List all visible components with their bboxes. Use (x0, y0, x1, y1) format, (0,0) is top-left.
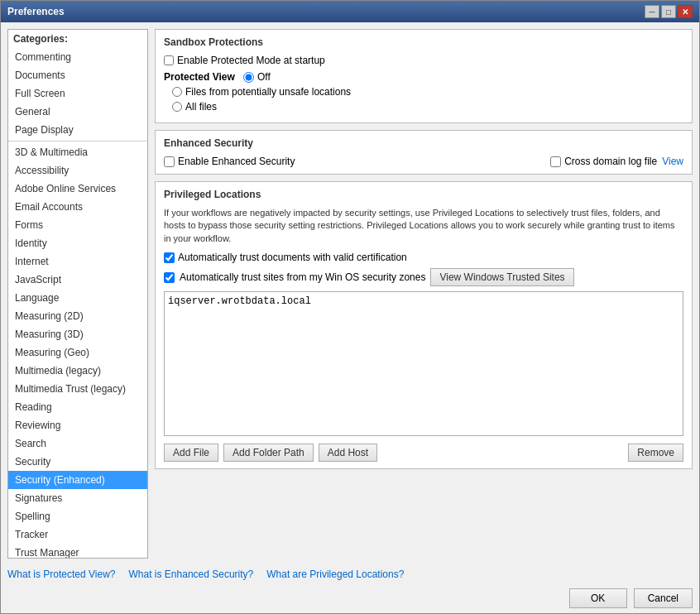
sidebar-item-search[interactable]: Search (8, 434, 147, 453)
sandbox-section: Sandbox Protections Enable Protected Mod… (155, 29, 693, 123)
sidebar-item-commenting[interactable]: Commenting (8, 48, 147, 66)
view-link[interactable]: View (662, 156, 683, 167)
cross-domain-row: Cross domain log file (550, 156, 657, 167)
auto-trust-win-checkbox[interactable] (164, 272, 175, 283)
footer-links: What is Protected View? What is Enhanced… (1, 565, 699, 583)
sidebar-header: Categories: (8, 30, 147, 48)
enhanced-security-section: Enhanced Security Enable Enhanced Securi… (155, 130, 693, 175)
sidebar-item-forms[interactable]: Forms (8, 216, 147, 234)
enable-protected-mode-row: Enable Protected Mode at startup (164, 55, 683, 66)
cross-domain-checkbox[interactable] (550, 156, 561, 167)
what-is-protected-view-link[interactable]: What is Protected View? (7, 568, 116, 580)
pv-all-radio[interactable] (172, 102, 182, 112)
pv-all-row: All files (172, 101, 683, 113)
pv-unsafe-label: Files from potentially unsafe locations (185, 86, 351, 98)
window-title: Preferences (7, 6, 65, 17)
pv-unsafe-radio[interactable] (172, 87, 182, 97)
enable-enhanced-security-checkbox[interactable] (164, 156, 175, 167)
main-content: Sandbox Protections Enable Protected Mod… (155, 29, 693, 559)
sidebar-item-accessibility[interactable]: Accessibility (8, 161, 147, 180)
sidebar-item-3d-multimedia[interactable]: 3D & Multimedia (8, 143, 147, 161)
add-file-button[interactable]: Add File (164, 444, 218, 462)
sidebar-item-identity[interactable]: Identity (8, 234, 147, 252)
privileged-locations-title: Privileged Locations (164, 189, 683, 200)
close-button[interactable]: ✕ (678, 5, 693, 18)
sidebar-item-general[interactable]: General (8, 103, 147, 121)
pv-unsafe-row: Files from potentially unsafe locations (172, 86, 683, 98)
sidebar-item-full-screen[interactable]: Full Screen (8, 84, 147, 103)
sidebar-item-measuring-2d[interactable]: Measuring (2D) (8, 307, 147, 325)
sidebar-item-tracker[interactable]: Tracker (8, 525, 147, 544)
what-is-enhanced-security-link[interactable]: What is Enhanced Security? (129, 568, 254, 580)
add-host-button[interactable]: Add Host (319, 444, 377, 462)
sidebar-item-javascript[interactable]: JavaScript (8, 271, 147, 289)
view-windows-trusted-sites-button[interactable]: View Windows Trusted Sites (430, 268, 573, 286)
sidebar-item-page-display[interactable]: Page Display (8, 121, 147, 139)
protected-view-label: Protected View (164, 71, 238, 83)
sidebar-item-multimedia-trust[interactable]: Multimedia Trust (legacy) (8, 380, 147, 398)
pv-all-label: All files (185, 101, 217, 113)
add-folder-path-button[interactable]: Add Folder Path (223, 444, 314, 462)
sidebar-item-security-enhanced[interactable]: Security (Enhanced) (8, 471, 147, 489)
enhanced-security-title: Enhanced Security (164, 137, 683, 149)
enhanced-security-right: Cross domain log file View (550, 156, 683, 167)
cancel-button[interactable]: Cancel (634, 588, 693, 608)
sidebar-item-signatures[interactable]: Signatures (8, 489, 147, 507)
privileged-locations-desc: If your workflows are negatively impacte… (164, 207, 683, 245)
pv-off-label: Off (257, 71, 271, 83)
enable-protected-mode-label: Enable Protected Mode at startup (177, 55, 325, 66)
ok-button[interactable]: OK (569, 588, 627, 608)
sidebar-item-measuring-3d[interactable]: Measuring (3D) (8, 325, 147, 343)
title-bar-controls: ─ □ ✕ (645, 5, 693, 18)
sidebar-item-documents[interactable]: Documents (8, 66, 147, 84)
pv-off-row: Off (243, 71, 271, 83)
sidebar-item-reading[interactable]: Reading (8, 398, 147, 416)
auto-trust-cert-checkbox[interactable] (164, 252, 175, 263)
dialog-buttons: OK Cancel (1, 583, 699, 613)
sidebar-item-multimedia-legacy[interactable]: Multimedia (legacy) (8, 362, 147, 380)
sidebar-item-email-accounts[interactable]: Email Accounts (8, 198, 147, 216)
sidebar-item-measuring-geo[interactable]: Measuring (Geo) (8, 343, 147, 362)
trusted-sites-textarea[interactable] (164, 291, 683, 436)
enable-protected-mode-checkbox[interactable] (164, 55, 174, 65)
maximize-button[interactable]: □ (661, 5, 676, 18)
what-are-privileged-locations-link[interactable]: What are Privileged Locations? (266, 568, 404, 580)
preferences-window: Preferences ─ □ ✕ Categories: Commenting… (0, 0, 700, 614)
sidebar-item-security[interactable]: Security (8, 453, 147, 471)
title-bar: Preferences ─ □ ✕ (1, 1, 699, 22)
remove-btn-container: Remove (628, 444, 683, 462)
locations-buttons: Add File Add Folder Path Add Host Remove (164, 444, 683, 462)
minimize-button[interactable]: ─ (645, 5, 659, 18)
privileged-locations-section: Privileged Locations If your workflows a… (155, 181, 693, 469)
auto-trust-win-row: Automatically trust sites from my Win OS… (164, 268, 683, 286)
cross-domain-label: Cross domain log file (564, 156, 657, 167)
sidebar-item-internet[interactable]: Internet (8, 252, 147, 271)
enhanced-security-left: Enable Enhanced Security (164, 156, 295, 167)
sidebar-item-spelling[interactable]: Spelling (8, 507, 147, 525)
sidebar-item-language[interactable]: Language (8, 289, 147, 307)
sidebar-item-adobe-online-services[interactable]: Adobe Online Services (8, 180, 147, 198)
enhanced-security-row: Enable Enhanced Security Cross domain lo… (164, 156, 683, 167)
sidebar-divider (8, 141, 147, 142)
auto-trust-cert-row: Automatically trust documents with valid… (164, 252, 683, 263)
sidebar-item-trust-manager[interactable]: Trust Manager (8, 544, 147, 559)
remove-button[interactable]: Remove (628, 444, 683, 462)
sandbox-title: Sandbox Protections (164, 36, 683, 48)
protected-view-row: Protected View Off (164, 71, 683, 83)
enable-enhanced-security-label: Enable Enhanced Security (178, 156, 295, 167)
auto-trust-win-label: Automatically trust sites from my Win OS… (180, 271, 425, 283)
pv-off-radio[interactable] (243, 72, 254, 83)
auto-trust-cert-label: Automatically trust documents with valid… (178, 252, 407, 263)
sidebar-item-reviewing[interactable]: Reviewing (8, 416, 147, 434)
window-body: Categories: Commenting Documents Full Sc… (1, 22, 699, 565)
sidebar: Categories: Commenting Documents Full Sc… (7, 29, 148, 559)
pv-radio-group: Files from potentially unsafe locations … (172, 86, 683, 113)
